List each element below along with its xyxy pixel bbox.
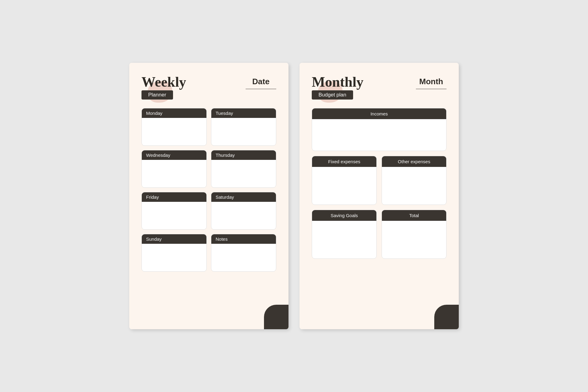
day-header-wednesday: Wednesday [142, 150, 206, 160]
incomes-body[interactable] [312, 119, 446, 150]
day-body-sunday[interactable] [142, 244, 206, 271]
day-body-notes[interactable] [211, 244, 276, 271]
day-header-saturday: Saturday [211, 192, 276, 202]
day-header-friday: Friday [142, 192, 206, 202]
day-body-monday[interactable] [142, 118, 206, 145]
day-box-saturday: Saturday [211, 192, 276, 230]
weekly-title-sub: Planner [141, 90, 173, 100]
day-body-friday[interactable] [142, 202, 206, 229]
month-line [416, 89, 447, 89]
blob-decoration-monthly-bottom [434, 305, 459, 329]
monthly-budget-card: Monthly Budget plan Month Incomes Fixed … [300, 63, 459, 329]
monthly-month-block: Month [416, 75, 447, 89]
blob-decoration-weekly-bottom [264, 305, 288, 329]
day-header-thursday: Thursday [211, 150, 276, 160]
other-expenses-box: Other expenses [382, 156, 447, 205]
day-header-sunday: Sunday [142, 234, 206, 244]
weekly-planner-card: Weekly Planner Date Monday Tuesday Wedne… [129, 63, 288, 329]
expenses-row: Fixed expenses Other expenses [312, 156, 447, 205]
day-box-tuesday: Tuesday [211, 108, 276, 146]
monthly-header: Monthly Budget plan Month [312, 75, 447, 100]
saving-goals-header: Saving Goals [312, 210, 376, 221]
weekly-title-main: Weekly [141, 75, 186, 89]
fixed-expenses-body[interactable] [312, 167, 376, 198]
total-box: Total [382, 210, 447, 259]
day-box-notes: Notes [211, 234, 276, 272]
incomes-header: Incomes [312, 108, 446, 119]
day-body-wednesday[interactable] [142, 160, 206, 187]
days-grid: Monday Tuesday Wednesday Thursday Friday… [141, 108, 276, 272]
day-header-tuesday: Tuesday [211, 108, 276, 118]
day-body-thursday[interactable] [211, 160, 276, 187]
monthly-title-sub: Budget plan [312, 90, 353, 100]
weekly-header: Weekly Planner Date [141, 75, 276, 100]
weekly-title-block: Weekly Planner [141, 75, 186, 100]
monthly-title-block: Monthly Budget plan [312, 75, 364, 100]
day-body-saturday[interactable] [211, 202, 276, 229]
day-box-monday: Monday [141, 108, 207, 146]
budget-grid: Incomes Fixed expenses Other expenses Sa… [312, 108, 447, 259]
saving-goals-body[interactable] [312, 221, 376, 251]
page-container: Weekly Planner Date Monday Tuesday Wedne… [117, 44, 471, 348]
date-line [246, 89, 276, 89]
goals-total-row: Saving Goals Total [312, 210, 447, 259]
total-header: Total [382, 210, 446, 221]
other-expenses-header: Other expenses [382, 156, 446, 167]
total-body[interactable] [382, 221, 446, 251]
monthly-title-main: Monthly [312, 75, 364, 89]
day-header-notes: Notes [211, 234, 276, 244]
fixed-expenses-header: Fixed expenses [312, 156, 376, 167]
day-box-friday: Friday [141, 192, 207, 230]
day-header-monday: Monday [142, 108, 206, 118]
day-box-thursday: Thursday [211, 150, 276, 188]
fixed-expenses-box: Fixed expenses [312, 156, 377, 205]
date-label: Date [246, 77, 276, 86]
saving-goals-box: Saving Goals [312, 210, 377, 259]
day-box-sunday: Sunday [141, 234, 207, 272]
day-box-wednesday: Wednesday [141, 150, 207, 188]
day-body-tuesday[interactable] [211, 118, 276, 145]
weekly-date-block: Date [246, 75, 276, 89]
month-label: Month [416, 77, 447, 86]
other-expenses-body[interactable] [382, 167, 446, 198]
incomes-box: Incomes [312, 108, 447, 151]
